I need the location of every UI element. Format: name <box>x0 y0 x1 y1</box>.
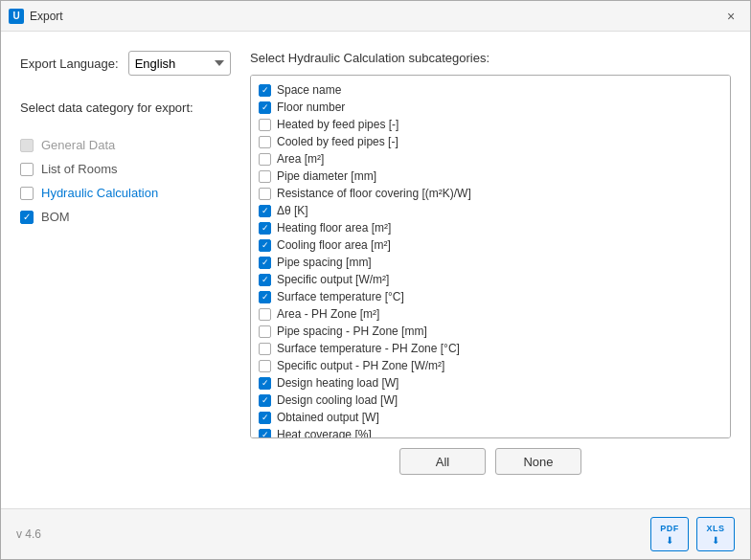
title-bar-left: U Export <box>9 9 63 24</box>
subcategory-item[interactable]: Heated by feed pipes [-] <box>251 116 730 133</box>
sub-label-19: Obtained output [W] <box>277 411 379 424</box>
sub-checkbox-0[interactable] <box>259 84 271 97</box>
close-button[interactable]: × <box>719 5 742 28</box>
section-label: Select data category for export: <box>20 101 231 115</box>
checkbox-list-of-rooms[interactable] <box>20 163 34 176</box>
subcategory-item[interactable]: Surface temperature [°C] <box>251 288 730 305</box>
sub-checkbox-14[interactable] <box>259 325 271 338</box>
sub-label-18: Design cooling load [W] <box>277 393 398 407</box>
category-label-bom: BOM <box>41 210 70 224</box>
category-label-hydraulic-calculation[interactable]: Hydraulic Calculation <box>41 186 158 200</box>
sub-label-3: Cooled by feed pipes [-] <box>277 135 398 148</box>
sub-checkbox-9[interactable] <box>259 239 271 252</box>
sub-checkbox-2[interactable] <box>259 119 271 131</box>
subcategory-item[interactable]: Design heating load [W] <box>251 374 730 392</box>
category-item-general-data[interactable]: General Data <box>20 138 231 152</box>
sub-checkbox-16[interactable] <box>259 360 271 372</box>
sub-checkbox-4[interactable] <box>259 153 271 166</box>
subcategory-item[interactable]: Pipe spacing - PH Zone [mm] <box>251 323 730 340</box>
subcategory-item[interactable]: Floor number <box>251 99 730 116</box>
sub-label-11: Specific output [W/m²] <box>277 273 389 286</box>
checkbox-general-data[interactable] <box>20 139 34 152</box>
subcategory-item[interactable]: Surface temperature - PH Zone [°C] <box>251 340 730 357</box>
export-icons: PDF ⬇ XLS ⬇ <box>650 517 735 551</box>
sub-label-5: Pipe diameter [mm] <box>277 169 376 183</box>
subcategory-item[interactable]: Pipe spacing [mm] <box>251 254 730 271</box>
export-language-label: Export Language: <box>20 56 119 71</box>
subcategory-item[interactable]: Δθ [K] <box>251 202 730 219</box>
subcategory-item[interactable]: Design cooling load [W] <box>251 392 730 409</box>
checkbox-bom[interactable] <box>20 211 34 224</box>
title-bar: U Export × <box>1 1 750 32</box>
bottom-buttons: All None <box>250 448 731 475</box>
sub-checkbox-10[interactable] <box>259 257 271 269</box>
xls-label: XLS <box>706 524 724 533</box>
sub-checkbox-20[interactable] <box>259 429 271 439</box>
right-panel: Select Hydraulic Calculation subcategori… <box>250 51 731 489</box>
sub-checkbox-13[interactable] <box>259 308 271 321</box>
sub-label-20: Heat coverage [%] <box>277 428 372 438</box>
subcategory-item[interactable]: Obtained output [W] <box>251 409 730 426</box>
category-item-list-of-rooms[interactable]: List of Rooms <box>20 162 231 176</box>
export-language-row: Export Language: English German French S… <box>20 51 231 76</box>
sub-label-6: Resistance of floor covering [(m²K)/W] <box>277 187 471 200</box>
subcategory-item[interactable]: Heat coverage [%] <box>251 426 730 438</box>
sub-label-17: Design heating load [W] <box>277 376 398 390</box>
sub-checkbox-11[interactable] <box>259 274 271 286</box>
subcategory-item[interactable]: Area - PH Zone [m²] <box>251 305 730 323</box>
sub-label-9: Cooling floor area [m²] <box>277 238 391 252</box>
left-panel: Export Language: English German French S… <box>20 51 231 489</box>
sub-label-1: Floor number <box>277 101 345 114</box>
language-select[interactable]: English German French Spanish <box>128 51 231 76</box>
sub-checkbox-7[interactable] <box>259 205 271 217</box>
sub-label-0: Space name <box>277 83 341 97</box>
sub-checkbox-12[interactable] <box>259 291 271 303</box>
subcategory-item[interactable]: Space name <box>251 81 730 99</box>
xls-export-button[interactable]: XLS ⬇ <box>696 517 735 551</box>
sub-label-12: Surface temperature [°C] <box>277 290 404 303</box>
subcategory-item[interactable]: Heating floor area [m²] <box>251 219 730 236</box>
category-item-hydraulic-calculation[interactable]: Hydraulic Calculation <box>20 186 231 200</box>
sub-label-14: Pipe spacing - PH Zone [mm] <box>277 325 427 338</box>
checkbox-hydraulic-calculation[interactable] <box>20 187 34 200</box>
sub-checkbox-3[interactable] <box>259 136 271 148</box>
category-label-list-of-rooms: List of Rooms <box>41 162 117 176</box>
sub-label-16: Specific output - PH Zone [W/m²] <box>277 359 444 372</box>
subcategory-item[interactable]: Specific output - PH Zone [W/m²] <box>251 357 730 374</box>
subcategory-item[interactable]: Area [m²] <box>251 150 730 168</box>
sub-checkbox-15[interactable] <box>259 343 271 355</box>
xls-download-icon: ⬇ <box>712 535 719 546</box>
sub-label-4: Area [m²] <box>277 152 324 166</box>
version-label: v 4.6 <box>16 527 41 541</box>
sub-checkbox-18[interactable] <box>259 394 271 407</box>
export-dialog: U Export × Export Language: English Germ… <box>0 0 751 560</box>
sub-checkbox-17[interactable] <box>259 377 271 390</box>
footer: v 4.6 PDF ⬇ XLS ⬇ <box>1 508 750 559</box>
sub-label-7: Δθ [K] <box>277 204 308 217</box>
sub-label-8: Heating floor area [m²] <box>277 221 391 235</box>
sub-checkbox-19[interactable] <box>259 412 271 424</box>
none-button[interactable]: None <box>495 448 581 475</box>
sub-checkbox-8[interactable] <box>259 222 271 235</box>
subcategory-item[interactable]: Cooling floor area [m²] <box>251 236 730 254</box>
pdf-label: PDF <box>660 524 679 533</box>
sub-checkbox-6[interactable] <box>259 188 271 200</box>
subcategory-item[interactable]: Resistance of floor covering [(m²K)/W] <box>251 185 730 202</box>
sub-checkbox-1[interactable] <box>259 101 271 114</box>
sub-checkbox-5[interactable] <box>259 170 271 183</box>
window-title: Export <box>30 10 63 23</box>
category-label-general-data: General Data <box>41 138 115 152</box>
main-content: Export Language: English German French S… <box>1 32 750 508</box>
sub-label-15: Surface temperature - PH Zone [°C] <box>277 342 460 355</box>
subcategory-item[interactable]: Specific output [W/m²] <box>251 271 730 288</box>
subcategory-item[interactable]: Cooled by feed pipes [-] <box>251 133 730 150</box>
data-categories: General Data List of Rooms Hydraulic Cal… <box>20 138 231 224</box>
subcategory-item[interactable]: Pipe diameter [mm] <box>251 168 730 185</box>
app-icon: U <box>9 9 24 24</box>
sub-label-10: Pipe spacing [mm] <box>277 256 372 269</box>
category-item-bom[interactable]: BOM <box>20 210 231 224</box>
sub-label-13: Area - PH Zone [m²] <box>277 307 379 321</box>
all-button[interactable]: All <box>399 448 486 475</box>
sub-label-2: Heated by feed pipes [-] <box>277 118 398 131</box>
pdf-export-button[interactable]: PDF ⬇ <box>650 517 689 551</box>
